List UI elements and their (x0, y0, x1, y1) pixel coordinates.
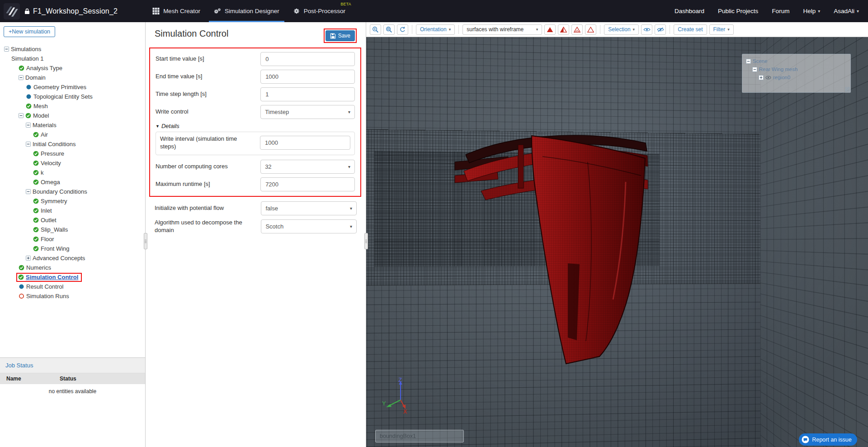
collapse-icon[interactable] (752, 67, 757, 72)
filter-dropdown[interactable]: Filter ▾ (709, 24, 734, 35)
refresh-icon (399, 26, 406, 33)
write-interval-simulation-time-steps-input[interactable] (260, 136, 350, 150)
collapse-icon[interactable] (4, 47, 9, 52)
tree-item-simulations[interactable]: Simulations (0, 44, 145, 54)
time-step-length-s-input[interactable] (260, 87, 355, 101)
topbar-link-asadali[interactable]: AsadAli▾ (834, 8, 859, 14)
start-time-value-s-input[interactable] (260, 52, 355, 66)
main-layout: +New simulation SimulationsSimulation 1A… (0, 22, 868, 447)
tree-item-initial-conditions[interactable]: Initial Conditions (0, 139, 145, 149)
tree-item-front-wing[interactable]: Front Wing (0, 244, 145, 253)
3d-viewport-canvas[interactable]: SceneRear Wing meshregion0 Z Y X boundin… (366, 37, 868, 447)
toolbar-separator (412, 25, 412, 34)
tree-item-result-control[interactable]: Result Control (0, 282, 145, 291)
collapse-icon[interactable] (26, 142, 31, 147)
triangle-solid-icon (547, 27, 553, 33)
tab-mesh-creator[interactable]: Mesh Creator (146, 0, 207, 22)
tree-item-label: Simulation 1 (11, 55, 44, 62)
check-icon (33, 227, 39, 233)
algorithm-used-to-decompose-the-domain-select[interactable]: Scotch▾ (261, 219, 357, 233)
new-simulation-button[interactable]: +New simulation (4, 26, 55, 37)
details-toggle[interactable]: ▼ Details (156, 123, 355, 129)
tree-item-analysis-type[interactable]: Analysis Type (0, 63, 145, 73)
hide-selection-button[interactable] (655, 24, 666, 35)
collapse-icon[interactable] (19, 113, 24, 118)
topbar-link-forum[interactable]: Forum (772, 8, 789, 14)
visibility-icon[interactable] (765, 75, 771, 81)
tree-item-content: Air (32, 131, 49, 138)
show-selection-button[interactable] (641, 24, 652, 35)
expand-icon[interactable] (759, 75, 764, 80)
tree-item-content: Boundary Conditions (24, 188, 89, 195)
maximum-runtime-s-input[interactable] (260, 177, 355, 191)
tree-item-symmetry[interactable]: Symmetry (0, 196, 145, 206)
collapse-icon[interactable] (26, 123, 31, 128)
tree-item-velocity[interactable]: Velocity (0, 158, 145, 168)
tree-item-k[interactable]: k (0, 168, 145, 177)
scene-item-scene[interactable]: Scene (742, 57, 850, 65)
end-time-value-s-input[interactable] (260, 70, 355, 84)
collapse-icon[interactable] (746, 59, 751, 64)
tree-item-mesh[interactable]: Mesh (0, 101, 145, 111)
grid-icon (152, 8, 160, 14)
topbar-link-dashboard[interactable]: Dashboard (675, 8, 704, 14)
tree-item-omega[interactable]: Omega (0, 177, 145, 187)
create-set-button[interactable]: Create set (674, 24, 707, 35)
tree-item-simulation-runs[interactable]: Simulation Runs (0, 291, 145, 301)
tree-item-boundary-conditions[interactable]: Boundary Conditions (0, 187, 145, 196)
axis-orientation-widget[interactable]: Z Y X (382, 377, 418, 414)
mesh-quality-outline-button[interactable] (585, 24, 596, 35)
app-logo[interactable] (4, 3, 20, 19)
eye-icon (643, 27, 651, 32)
tree-item-pressure[interactable]: Pressure (0, 149, 145, 158)
render-mode-select[interactable]: surfaces with wireframe ▾ (462, 24, 542, 35)
tree-item-simulation-1[interactable]: Simulation 1 (0, 54, 145, 63)
tree-item-label: Advanced Concepts (33, 255, 85, 262)
initialize-with-potential-flow-select[interactable]: false▾ (261, 201, 357, 215)
tree-item-model[interactable]: Model (0, 111, 145, 120)
sidebar-splitter-grip[interactable] (144, 233, 147, 249)
report-issue-button[interactable]: Report an issue (799, 433, 857, 446)
tree-item-outlet[interactable]: Outlet (0, 215, 145, 225)
tab-post-processor[interactable]: Post-ProcessorBETA (286, 0, 352, 22)
collapse-icon[interactable] (26, 189, 31, 194)
collapse-icon[interactable] (19, 75, 24, 80)
reset-view-button[interactable] (397, 24, 408, 35)
scene-item-region0[interactable]: region0 (742, 73, 850, 81)
overlay-resize-handle[interactable] (845, 87, 850, 92)
mesh-quality-solid-button[interactable] (544, 24, 556, 35)
tree-item-content: Floor (32, 235, 56, 243)
mesh-quality-half-button[interactable] (558, 24, 569, 35)
save-button[interactable]: Save (326, 30, 355, 41)
tree-item-domain[interactable]: Domain (0, 73, 145, 82)
scene-item-rear-wing-mesh[interactable]: Rear Wing mesh (742, 65, 850, 73)
selection-dropdown[interactable]: Selection ▾ (604, 24, 639, 35)
tree-item-air[interactable]: Air (0, 130, 145, 139)
tree-item-inlet[interactable]: Inlet (0, 206, 145, 215)
panel-splitter-grip[interactable] (364, 233, 368, 249)
orientation-dropdown[interactable]: Orientation ▾ (416, 24, 455, 35)
number-of-computing-cores-select[interactable]: 32▾ (260, 160, 355, 174)
topbar-link-help[interactable]: Help▾ (803, 8, 820, 14)
chevron-down-icon: ▾ (350, 224, 352, 229)
tree-item-geometry-primitives[interactable]: Geometry Primitives (0, 82, 145, 92)
tree-item-numerics[interactable]: Numerics (0, 263, 145, 272)
rear-wing-mesh-object[interactable] (454, 128, 648, 366)
tree-item-materials[interactable]: Materials (0, 120, 145, 130)
topbar-link-public-projects[interactable]: Public Projects (718, 8, 758, 14)
write-control-select[interactable]: Timestep▾ (260, 105, 355, 119)
topbar-links: DashboardPublic ProjectsForumHelp▾AsadAl… (675, 8, 859, 14)
zoom-fit-button[interactable] (383, 24, 395, 35)
form-fields-main: Start time value [s]End time value [s]Ti… (156, 52, 355, 119)
tab-simulation-designer[interactable]: Simulation Designer (207, 0, 286, 22)
tree-item-content: Inlet (32, 207, 53, 214)
tree-item-advanced-concepts[interactable]: Advanced Concepts (0, 253, 145, 263)
mesh-quality-dotted-button[interactable] (571, 24, 583, 35)
tree-item-simulation-control[interactable]: Simulation Control (0, 272, 145, 282)
expand-icon[interactable] (26, 256, 31, 261)
tree-item-topological-entity-sets[interactable]: Topological Entity Sets (0, 92, 145, 101)
zoom-in-button[interactable] (370, 24, 381, 35)
tree-item-floor[interactable]: Floor (0, 234, 145, 244)
tree-item-slip-walls[interactable]: Slip_Walls (0, 225, 145, 234)
y-axis-label: Y (382, 400, 386, 407)
